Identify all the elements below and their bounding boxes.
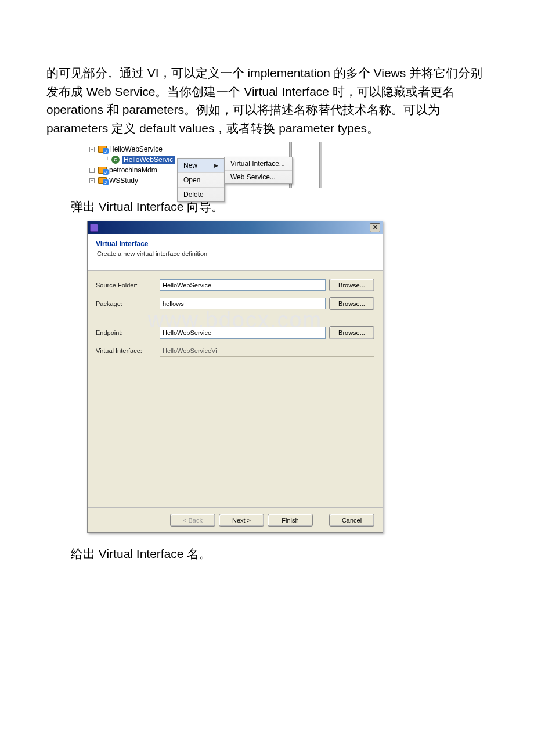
submenu-arrow-icon: ▶ [214, 163, 218, 168]
tree-toggle-minus-icon[interactable]: − [89, 147, 95, 152]
folder-icon: J [98, 146, 107, 153]
endpoint-input[interactable] [160, 327, 326, 339]
submenu-new: Virtual Interface... Web Service... [224, 157, 293, 184]
menu-item-new[interactable]: New ▶ [178, 159, 224, 173]
paragraph-1: 的可见部分。通过 VI，可以定义一个 implementation 的多个 Vi… [46, 64, 488, 137]
menu-item-open[interactable]: Open [178, 173, 224, 188]
finish-button[interactable]: Finish [268, 514, 313, 527]
virtual-interface-input[interactable] [160, 345, 374, 357]
tree-node-selected[interactable]: HelloWebServic [122, 156, 175, 164]
wizard-dialog: ✕ Virtual Interface Create a new virtual… [87, 221, 383, 533]
tree-toggle-plus-icon[interactable]: + [89, 178, 95, 183]
tree-node-petrochinamdm[interactable]: petrochinaMdm [109, 166, 157, 174]
wizard-title: Virtual Interface [96, 240, 374, 248]
tree-node-hellowebservice[interactable]: HelloWebService [109, 145, 163, 153]
label-package: Package: [96, 300, 156, 307]
menu-item-virtual-interface[interactable]: Virtual Interface... [225, 157, 292, 171]
folder-icon: J [98, 177, 107, 184]
menu-item-delete[interactable]: Delete [178, 188, 224, 201]
back-button: < Back [170, 514, 215, 527]
label-virtual-interface: Virtual Interface: [96, 347, 156, 354]
wizard-icon [90, 224, 98, 232]
context-menu: New ▶ Open Delete [177, 158, 225, 202]
tree-node-wsstudy[interactable]: WSStudy [109, 177, 138, 185]
browse-source-button[interactable]: Browse... [329, 279, 374, 291]
paragraph-2: 弹出 Virtual Interface 向导。 [46, 197, 488, 216]
tree-line-icon: └ [106, 157, 109, 163]
package-input[interactable] [160, 298, 326, 309]
source-folder-input[interactable] [160, 279, 326, 291]
dialog-titlebar: ✕ [88, 221, 383, 234]
label-endpoint: Endpoint: [96, 329, 156, 336]
wizard-subtitle: Create a new virtual interface definitio… [97, 250, 374, 257]
menu-label: Delete [183, 190, 204, 199]
browse-endpoint-button[interactable]: Browse... [329, 326, 374, 339]
paragraph-3: 给出 Virtual Interface 名。 [46, 545, 488, 563]
menu-item-web-service[interactable]: Web Service... [225, 171, 292, 183]
folder-icon: J [98, 167, 107, 174]
label-source-folder: Source Folder: [96, 282, 156, 289]
menu-label: Open [183, 176, 200, 184]
close-button[interactable]: ✕ [370, 223, 380, 232]
tree-toggle-plus-icon[interactable]: + [89, 168, 95, 173]
cancel-button[interactable]: Cancel [329, 514, 374, 527]
tree-contextmenu-screenshot: − J HelloWebService └ C HelloWebServic +… [87, 142, 325, 188]
browse-package-button[interactable]: Browse... [329, 297, 374, 310]
next-button[interactable]: Next > [219, 514, 264, 527]
menu-label: New [183, 161, 197, 170]
class-icon: C [111, 156, 120, 164]
